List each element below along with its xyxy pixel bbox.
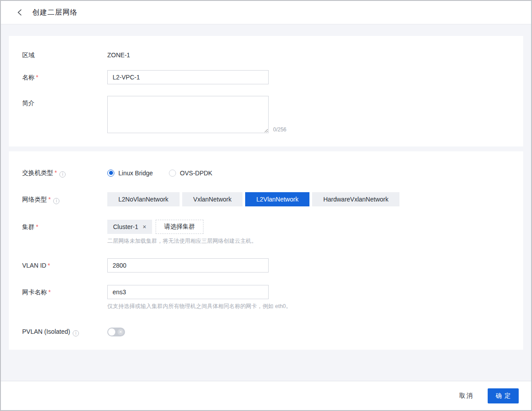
pvlan-row: PVLAN (Isolated)i ✕ [9, 327, 523, 336]
required-mark: * [48, 196, 51, 203]
required-mark: * [36, 223, 38, 230]
select-cluster-button[interactable]: 请选择集群 [156, 220, 203, 234]
switch-type-label-text: 交换机类型 [22, 169, 53, 176]
radio-unselected-icon [169, 170, 176, 177]
radio-selected-icon [107, 170, 114, 177]
cluster-helper-text: 二层网络未加载集群，将无法使用相应三层网络创建云主机。 [107, 237, 257, 245]
required-mark: * [55, 169, 57, 176]
required-mark: * [48, 288, 51, 296]
dialog-footer: 取消 确定 [1, 381, 531, 410]
switch-type-row: 交换机类型*i Linux Bridge OVS-DPDK [9, 151, 523, 178]
nic-name-input[interactable] [107, 285, 269, 299]
radio-ovs-dpdk[interactable]: OVS-DPDK [169, 170, 212, 177]
zone-label-text: 区域 [22, 51, 35, 59]
name-label-text: 名称 [22, 74, 35, 81]
description-row: 简介 0/256 [9, 96, 523, 133]
network-type-label-text: 网络类型 [22, 196, 47, 203]
network-config-section: 交换机类型*i Linux Bridge OVS-DPDK 网络类型*i L2N… [9, 151, 523, 350]
network-type-hardwarevxlan[interactable]: HardwareVxlanNetwork [312, 192, 399, 206]
network-type-vxlan[interactable]: VxlanNetwork [182, 192, 243, 206]
info-icon[interactable]: i [53, 198, 59, 204]
pvlan-toggle[interactable]: ✕ [107, 328, 125, 336]
vlan-id-label-text: VLAN ID [22, 262, 46, 269]
required-mark: * [36, 74, 38, 81]
cluster-label-text: 集群 [22, 223, 35, 230]
pvlan-label-text: PVLAN (Isolated) [22, 328, 70, 335]
tag-remove-icon[interactable]: × [143, 224, 146, 230]
toggle-off-icon: ✕ [117, 329, 124, 335]
toggle-knob [108, 328, 115, 336]
network-type-options: L2NoVlanNetwork VxlanNetwork L2VlanNetwo… [107, 192, 399, 206]
cluster-row: 集群* Cluster-1 × 请选择集群 二层网络未加载集群，将无法使用相应三… [9, 220, 523, 245]
radio-label: OVS-DPDK [180, 170, 212, 177]
radio-label: Linux Bridge [118, 170, 153, 177]
page-title: 创建二层网络 [32, 8, 78, 17]
description-label-text: 简介 [22, 99, 35, 107]
network-type-label: 网络类型*i [22, 192, 107, 204]
vlan-id-row: VLAN ID* [9, 258, 523, 273]
vlan-id-label: VLAN ID* [22, 258, 107, 270]
create-l2-network-dialog: 创建二层网络 区域 ZONE-1 名称* 简介 0/256 [0, 0, 532, 411]
name-row: 名称* [9, 70, 523, 84]
cancel-button[interactable]: 取消 [459, 392, 473, 400]
cluster-tag-text: Cluster-1 [113, 223, 138, 230]
network-type-row: 网络类型*i L2NoVlanNetwork VxlanNetwork L2Vl… [9, 192, 523, 206]
cluster-label: 集群* [22, 220, 107, 231]
radio-linux-bridge[interactable]: Linux Bridge [107, 170, 153, 177]
cluster-tag: Cluster-1 × [107, 220, 152, 234]
network-type-l2vlan[interactable]: L2VlanNetwork [245, 192, 309, 206]
required-mark: * [47, 262, 50, 269]
nic-name-label-text: 网卡名称 [22, 288, 47, 296]
switch-type-options: Linux Bridge OVS-DPDK [107, 170, 212, 177]
confirm-button[interactable]: 确定 [488, 388, 519, 403]
zone-value: ZONE-1 [107, 51, 130, 59]
name-input[interactable] [107, 70, 269, 84]
dialog-header: 创建二层网络 [1, 1, 531, 24]
name-label: 名称* [22, 70, 107, 82]
vlan-id-input[interactable] [107, 258, 269, 273]
nic-name-row: 网卡名称* 仅支持选择或输入集群内所有物理机之间具体相同名称的网卡，例如 eth… [9, 285, 523, 310]
pvlan-label: PVLAN (Isolated)i [22, 327, 107, 336]
back-icon[interactable] [17, 9, 23, 16]
network-type-l2novlan[interactable]: L2NoVlanNetwork [107, 192, 180, 206]
info-icon[interactable]: i [73, 330, 79, 336]
info-icon[interactable]: i [59, 171, 66, 178]
zone-label: 区域 [22, 51, 107, 59]
basic-info-section: 区域 ZONE-1 名称* 简介 0/256 [9, 36, 523, 146]
description-label: 简介 [22, 96, 107, 107]
description-textarea[interactable] [107, 96, 269, 133]
nic-helper-text: 仅支持选择或输入集群内所有物理机之间具体相同名称的网卡，例如 eth0。 [107, 303, 291, 310]
char-counter: 0/256 [273, 126, 286, 133]
zone-row: 区域 ZONE-1 [9, 36, 523, 59]
switch-type-label: 交换机类型*i [22, 168, 107, 178]
nic-name-label: 网卡名称* [22, 285, 107, 296]
